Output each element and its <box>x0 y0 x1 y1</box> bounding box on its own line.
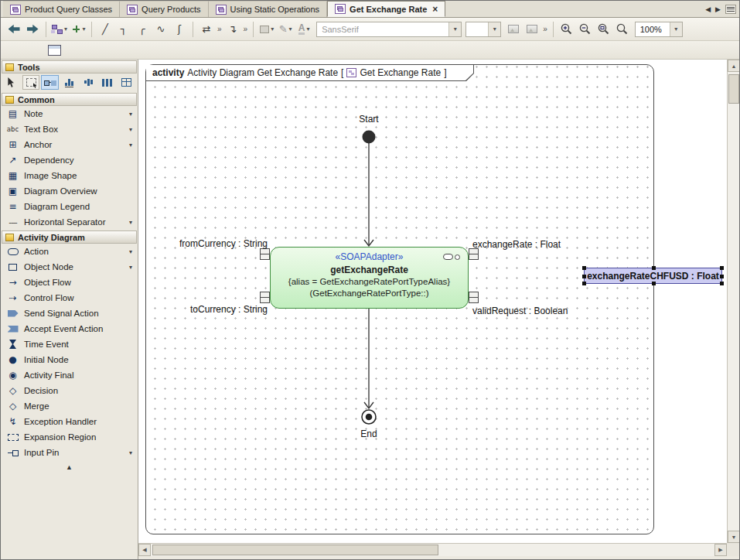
tab-get-exchange-rate[interactable]: Get Exchange Rate × <box>327 1 445 17</box>
palette-item-accept-event-action[interactable]: Accept Event Action <box>1 321 138 336</box>
chevron-down-icon[interactable]: ▾ <box>129 126 132 133</box>
swimlane-tool[interactable] <box>118 75 135 90</box>
scroll-down-button[interactable]: ▼ <box>728 531 740 543</box>
zoom-in-button[interactable] <box>558 21 575 38</box>
palette-item-object-node[interactable]: Object Node ▾ <box>1 259 138 275</box>
tab-product-query-classes[interactable]: Product Query Classes <box>3 1 120 17</box>
overflow-chevron-icon[interactable]: » <box>543 25 547 33</box>
break-path-button[interactable]: ↴ <box>224 21 241 38</box>
curved-path-button[interactable]: ∿ <box>152 21 169 38</box>
action-node[interactable]: «SOAPAdapter» getExchangeRate {alias = G… <box>270 247 469 309</box>
tab-using-static-operations[interactable]: Using Static Operations <box>209 1 328 17</box>
selected-element-exchangeRateCHFUSD[interactable]: exchangeRateCHFUSD : Float <box>584 268 722 284</box>
zoom-level-combobox[interactable]: 100% ▾ <box>635 22 683 37</box>
palette-item-send-signal-action[interactable]: Send Signal Action <box>1 306 138 321</box>
structure-toggle-icon[interactable] <box>443 254 460 260</box>
line-color-button[interactable]: ✎▾ <box>277 21 294 38</box>
spline-path-button[interactable]: ʃ <box>171 21 188 38</box>
vertical-scrollbar[interactable]: ▲ ▼ <box>727 60 740 543</box>
selection-handle[interactable] <box>720 275 724 278</box>
palette-item-control-flow[interactable]: ⇢ Control Flow <box>1 290 138 306</box>
palette-item-note[interactable]: ▤ Note ▾ <box>1 106 138 121</box>
marquee-select-tool[interactable] <box>22 75 40 90</box>
oblique-path-button[interactable]: ╱ <box>97 21 114 38</box>
back-button[interactable] <box>5 21 22 38</box>
palette-item-decision[interactable]: ◇ Decision <box>1 383 138 398</box>
fit-in-window-button[interactable] <box>595 21 612 38</box>
selection-handle[interactable] <box>582 266 586 270</box>
palette-item-exception-handler[interactable]: ↯ Exception Handler <box>1 414 138 429</box>
palette-item-dependency[interactable]: ↗ Dependency <box>1 152 138 168</box>
scroll-left-button[interactable]: ◀ <box>138 544 151 556</box>
chevron-down-icon[interactable]: ▾ <box>129 449 132 456</box>
palette-section-common[interactable]: Common <box>2 93 137 106</box>
input-pin-fromCurrency[interactable] <box>260 248 270 260</box>
font-color-button[interactable]: A▾ <box>295 21 312 38</box>
close-icon[interactable]: × <box>432 4 438 15</box>
containment-tree-button[interactable]: ▾ <box>51 21 68 38</box>
chevron-down-icon[interactable]: ▾ <box>129 142 132 149</box>
vertical-scroll-thumb[interactable] <box>728 74 739 104</box>
chevron-down-icon[interactable]: ▾ <box>670 22 682 36</box>
frame-header[interactable]: activity Activity Diagram Get Exchange R… <box>146 65 474 81</box>
path-direction-button[interactable]: ⇄ <box>198 21 215 38</box>
zoom-out-button[interactable] <box>577 21 594 38</box>
palette-item-horizontal-separator[interactable]: ---- Horizontal Separator ▾ <box>1 214 138 230</box>
diagram-canvas[interactable]: activity Activity Diagram Get Exchange R… <box>138 60 727 543</box>
tab-list-icon[interactable] <box>725 5 736 14</box>
palette-section-tools[interactable]: Tools <box>2 60 137 73</box>
attach-image-button[interactable] <box>523 21 541 38</box>
insert-image-button[interactable] <box>505 21 522 38</box>
output-pin-exchangeRate[interactable] <box>469 248 479 260</box>
palette-item-diagram-legend[interactable]: ≡ Diagram Legend <box>1 199 138 214</box>
palette-section-activity-diagram[interactable]: Activity Diagram <box>2 230 137 244</box>
chevron-down-icon[interactable]: ▾ <box>129 264 132 271</box>
add-element-button[interactable]: ▾ <box>70 21 87 38</box>
align-bottom-tool[interactable] <box>60 75 78 90</box>
font-size-combobox[interactable]: ▾ <box>465 22 501 37</box>
selection-handle[interactable] <box>720 282 724 285</box>
palette-item-activity-final[interactable]: ◉ Activity Final <box>1 367 138 383</box>
overflow-chevron-icon[interactable]: » <box>217 25 222 33</box>
chevron-down-icon[interactable]: ▾ <box>448 22 461 36</box>
palette-item-initial-node[interactable]: ● Initial Node <box>1 352 138 367</box>
output-pin-validRequest[interactable] <box>469 292 479 303</box>
selection-handle[interactable] <box>652 282 656 285</box>
horizontal-scroll-thumb[interactable] <box>152 545 438 555</box>
distribute-tool[interactable] <box>99 75 117 90</box>
tab-scroll-left-button[interactable]: ◀ <box>705 5 711 13</box>
palette-item-merge[interactable]: ◇ Merge <box>1 398 138 414</box>
tab-scroll-right-button[interactable]: ▶ <box>715 5 721 13</box>
palette-item-input-pin[interactable]: Input Pin ▾ <box>1 445 138 460</box>
fill-color-button[interactable]: ▾ <box>258 21 275 38</box>
palette-item-diagram-overview[interactable]: ▣ Diagram Overview <box>1 183 138 199</box>
forward-button[interactable] <box>24 21 41 38</box>
palette-item-anchor[interactable]: ⊞ Anchor ▾ <box>1 137 138 152</box>
chevron-down-icon[interactable]: ▾ <box>129 111 132 118</box>
selection-handle[interactable] <box>582 275 586 278</box>
chevron-down-icon[interactable]: ▾ <box>129 248 132 255</box>
pointer-tool[interactable] <box>3 75 21 90</box>
palette-item-image-shape[interactable]: ▦ Image Shape <box>1 168 138 183</box>
input-pin-toCurrency[interactable] <box>260 292 270 303</box>
chevron-down-icon[interactable]: ▾ <box>488 22 500 36</box>
selection-handle[interactable] <box>720 266 724 270</box>
rectilinear-path-button[interactable]: ┐ <box>115 21 132 38</box>
diagram-properties-button[interactable] <box>46 42 63 59</box>
font-family-combobox[interactable]: SansSerif ▾ <box>316 22 462 37</box>
palette-item-expansion-region[interactable]: Expansion Region <box>1 429 138 445</box>
palette-item-time-event[interactable]: Time Event <box>1 336 138 352</box>
scroll-up-button[interactable]: ▲ <box>728 60 740 72</box>
align-middle-tool[interactable] <box>80 75 97 90</box>
selection-handle[interactable] <box>582 282 586 285</box>
chevron-down-icon[interactable]: ▾ <box>129 219 132 226</box>
scroll-right-button[interactable]: ▶ <box>714 544 727 556</box>
overflow-chevron-icon[interactable]: » <box>244 25 248 33</box>
selection-handle[interactable] <box>652 266 656 270</box>
zoom-one-to-one-button[interactable] <box>614 21 631 38</box>
palette-item-action[interactable]: Action ▾ <box>1 244 138 259</box>
link-tool[interactable] <box>41 75 59 90</box>
palette-scroll-up-button[interactable]: ▲ <box>1 460 138 471</box>
rounded-path-button[interactable]: ╭ <box>134 21 151 38</box>
palette-item-object-flow[interactable]: → Object Flow <box>1 275 138 290</box>
